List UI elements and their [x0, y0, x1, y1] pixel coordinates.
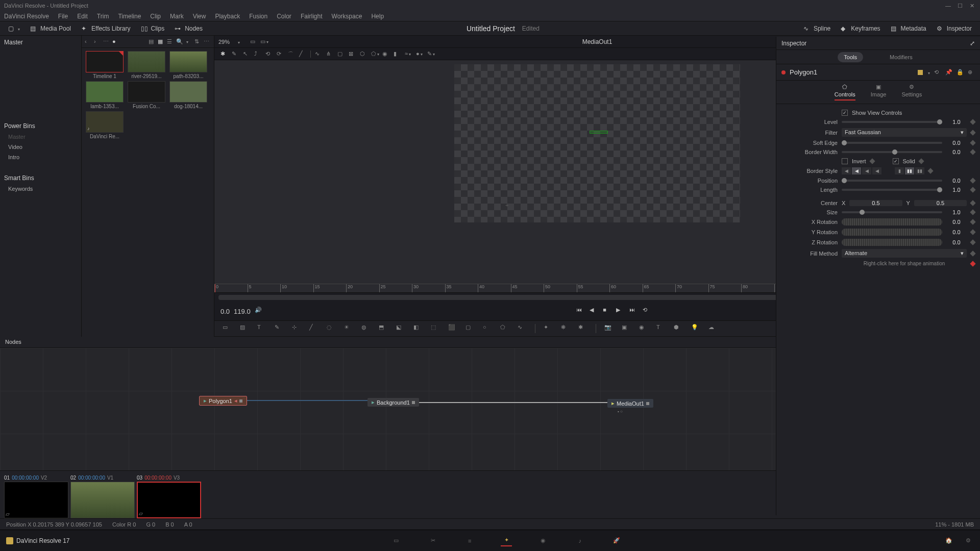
media-pool-toggle[interactable]: ▤Media Pool — [26, 23, 75, 34]
xrot-wheel[interactable] — [842, 218, 942, 226]
show-view-check[interactable] — [842, 110, 848, 116]
master-bin[interactable]: Master — [0, 36, 81, 49]
project-settings-button[interactable]: ⚙ — [963, 535, 974, 546]
page-media[interactable]: ▭ — [390, 535, 402, 546]
tool-onion[interactable]: ≈ — [405, 51, 412, 58]
sort-icon[interactable]: ⇅ — [194, 38, 202, 45]
node-pin-icon[interactable]: 📌 — [945, 69, 952, 76]
length-slider[interactable] — [842, 189, 942, 191]
tool-fill[interactable]: ● — [416, 51, 423, 58]
node-color-swatch[interactable] — [918, 70, 923, 75]
shelf-background[interactable]: ▭ — [223, 324, 232, 333]
play-button[interactable]: ▶ — [616, 307, 625, 316]
menu-help[interactable]: Help — [371, 13, 384, 20]
borderstyle-keyframe[interactable] — [927, 168, 933, 173]
inspector-expand-icon[interactable]: ⤢ — [970, 40, 975, 47]
menu-view[interactable]: View — [193, 13, 206, 20]
menu-timeline[interactable]: Timeline — [118, 13, 141, 20]
shelf-rectangle[interactable]: ▢ — [465, 324, 475, 333]
shelf-keyer[interactable]: ◍ — [361, 324, 371, 333]
minimize-button[interactable]: — — [945, 3, 951, 9]
shelf-bspline[interactable]: ∿ — [518, 324, 527, 333]
menu-edit[interactable]: Edit — [77, 13, 88, 20]
clip-03[interactable]: 0300:00:00:00V3 ▱ — [137, 475, 201, 518]
shelf-brightness[interactable]: ☀ — [344, 324, 353, 333]
spline-toggle[interactable]: ∿Spline — [799, 23, 835, 34]
menu-mark[interactable]: Mark — [170, 13, 184, 20]
home-button[interactable]: 🏠 — [943, 535, 954, 546]
thumb-fusion[interactable]: Fusion Co... — [127, 81, 166, 109]
tool-box[interactable]: ▢ — [337, 51, 345, 58]
more-icon[interactable]: ⋯ — [103, 38, 110, 45]
shelf-ellipse[interactable]: ○ — [483, 324, 492, 333]
nav-back-icon[interactable]: ‹ — [85, 38, 92, 45]
time-in[interactable]: 0.0 — [220, 308, 230, 315]
app-menu[interactable]: DaVinci Resolve — [4, 13, 49, 20]
join-bevel[interactable]: ▮▮ — [915, 167, 924, 174]
tool-reduce[interactable]: ∿ — [315, 51, 322, 58]
menu-file[interactable]: File — [58, 13, 68, 20]
length-value[interactable]: 1.0 — [946, 187, 967, 193]
tool-modify[interactable]: ⟲ — [265, 51, 273, 58]
page-color[interactable]: ◉ — [537, 535, 549, 546]
menu-playback[interactable]: Playback — [215, 13, 240, 20]
softedge-slider[interactable] — [842, 142, 942, 144]
yrot-keyframe[interactable] — [970, 229, 975, 235]
menu-fairlight[interactable]: Fairlight — [301, 13, 323, 20]
shelf-camera3d[interactable]: 📷 — [604, 324, 614, 333]
view-grid-icon[interactable]: ▦ — [158, 38, 165, 45]
shelf-blur[interactable]: ◌ — [327, 324, 336, 333]
menu-trim[interactable]: Trim — [97, 13, 109, 20]
bin-master[interactable]: Master — [0, 132, 81, 142]
stop-button[interactable]: ■ — [603, 307, 612, 316]
node-versions[interactable] — [927, 69, 930, 76]
level-slider[interactable] — [842, 121, 942, 123]
bin-intro[interactable]: Intro — [0, 152, 81, 162]
fit-icon[interactable]: ▭ — [250, 38, 257, 45]
center-y[interactable]: 0.5 — [914, 200, 967, 206]
length-keyframe[interactable] — [970, 187, 975, 192]
bin-keywords[interactable]: Keywords — [0, 184, 81, 194]
filter-icon[interactable] — [185, 38, 192, 45]
size-keyframe[interactable] — [970, 209, 975, 215]
shape-anim-hint[interactable]: Right-click here for shape animation — [842, 261, 967, 266]
audio-icon[interactable]: 🔊 — [255, 307, 264, 316]
tab-tools[interactable]: Tools — [838, 52, 863, 62]
tool-select[interactable]: ↖ — [243, 51, 250, 58]
effects-library-toggle[interactable]: ✦Effects Library — [77, 23, 134, 34]
page-fairlight[interactable]: ♪ — [574, 535, 585, 546]
cap-round[interactable]: ◀ — [862, 167, 871, 174]
subtab-controls[interactable]: ⬠Controls — [835, 84, 855, 101]
page-fusion[interactable]: ✦ — [501, 535, 512, 546]
softedge-value[interactable]: 0.0 — [946, 140, 967, 146]
shelf-fastnoise[interactable]: ▨ — [240, 324, 249, 333]
cap-square[interactable]: ◀ — [872, 167, 881, 174]
menu-clip[interactable]: Clip — [150, 13, 161, 20]
node-polygon1[interactable]: ▸Polygon1◂ — [199, 396, 247, 406]
subtab-image[interactable]: ▣Image — [871, 84, 887, 101]
tool-stroke[interactable]: ✎ — [427, 51, 434, 58]
bin-video[interactable]: Video — [0, 142, 81, 152]
zoom-dropdown[interactable] — [237, 39, 240, 45]
shelf-colorcorrect[interactable]: ╱ — [309, 324, 318, 333]
center-x[interactable]: 0.5 — [849, 200, 902, 206]
nav-fwd-icon[interactable]: › — [94, 38, 101, 45]
shape-anim-keyframe[interactable] — [970, 261, 975, 266]
menu-fusion[interactable]: Fusion — [249, 13, 267, 20]
fill-keyframe[interactable] — [970, 251, 975, 256]
node-background1[interactable]: ▸Background1 — [368, 398, 419, 407]
page-edit[interactable]: ≡ — [464, 535, 475, 546]
keyframes-toggle[interactable]: ◆Keyframes — [837, 23, 884, 34]
tool-delete[interactable]: ⊠ — [349, 51, 356, 58]
xrot-keyframe[interactable] — [970, 219, 975, 224]
node-settings-icon[interactable]: ⊕ — [968, 69, 975, 76]
go-end-button[interactable]: ⏭ — [629, 307, 639, 316]
go-start-button[interactable]: ⏮ — [576, 307, 585, 316]
level-value[interactable]: 1.0 — [946, 119, 967, 125]
tab-modifiers[interactable]: Modifiers — [884, 52, 919, 62]
thumb-path[interactable]: path-83203... — [168, 51, 208, 79]
shelf-paint[interactable]: ✎ — [275, 324, 284, 333]
shelf-light[interactable]: 💡 — [691, 324, 700, 333]
yrot-value[interactable]: 0.0 — [946, 229, 967, 235]
filter-keyframe[interactable] — [970, 130, 975, 135]
